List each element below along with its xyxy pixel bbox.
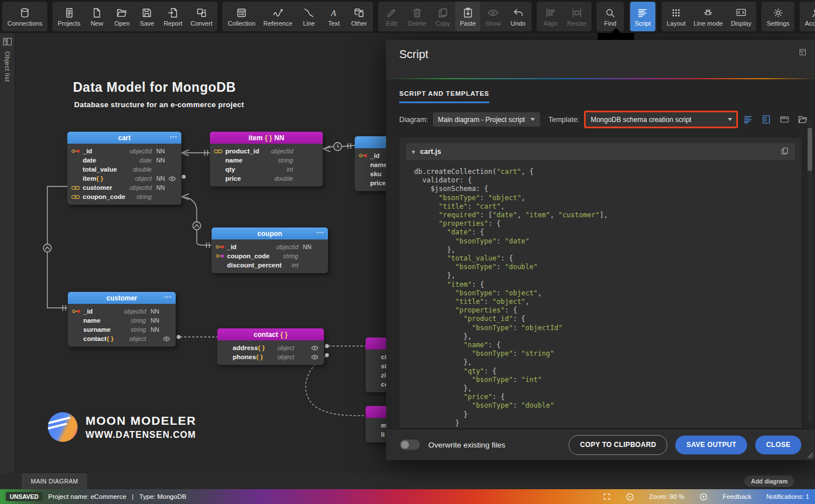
dialog-scrollbar[interactable] <box>808 120 812 422</box>
toolbar-button-line-mode[interactable]: Line mode <box>690 2 727 31</box>
toolbar-button-label: Save <box>140 20 154 27</box>
template-icon[interactable] <box>779 114 790 125</box>
toolbar-button-script[interactable]: Script <box>630 2 655 31</box>
dialog-resize-handle[interactable] <box>808 453 813 458</box>
toolbar-button-display[interactable]: Display <box>727 2 755 31</box>
field-row[interactable]: address{ }object <box>221 343 320 352</box>
collection-header[interactable]: coupon... <box>212 227 328 239</box>
collection-customer[interactable]: customer..._idobjectIdNNnamestringNNsurn… <box>68 292 176 347</box>
collection-menu-icon[interactable]: ... <box>170 131 177 139</box>
collection-menu-icon[interactable]: ... <box>317 227 324 235</box>
copy-code-icon[interactable] <box>780 147 789 157</box>
field-row[interactable]: phones{ }object <box>221 352 320 361</box>
collection-header[interactable]: item{ }NN <box>210 132 323 144</box>
zoom-out-icon[interactable] <box>626 493 634 501</box>
toolbar-button-label: Convert <box>190 20 213 27</box>
collection-header[interactable]: customer... <box>68 292 176 304</box>
file-section-header[interactable]: ▾ cart.js <box>406 143 795 160</box>
field-row[interactable]: customerobjectIdNN <box>71 183 177 192</box>
toolbar-button-save[interactable]: Save <box>135 2 160 31</box>
collection-header[interactable]: contact{ } <box>217 328 324 340</box>
toolbar-button-reference[interactable]: Reference <box>259 2 297 31</box>
notifications-link[interactable]: Notifications: 1 <box>767 493 809 500</box>
feedback-link[interactable]: Feedback <box>723 493 752 500</box>
toolbar-button-text[interactable]: AText <box>322 2 347 31</box>
collection-coupon[interactable]: coupon..._idobjectIdNNcoupon_codestringd… <box>212 227 328 273</box>
field-row[interactable]: datedateNN <box>71 156 177 165</box>
zoom-in-icon[interactable] <box>699 493 708 501</box>
save-output-button[interactable]: SAVE OUTPUT <box>675 436 747 454</box>
dialog-maximize-icon[interactable] <box>798 48 807 56</box>
object-list-panel-icon[interactable] <box>3 38 12 46</box>
new-file-icon <box>91 7 103 19</box>
collection-contact[interactable]: contact{ }address{ }objectphones{ }objec… <box>217 328 324 365</box>
collection-menu-icon[interactable]: ... <box>164 291 172 299</box>
toolbar-button-delete[interactable]: Delete <box>404 2 431 31</box>
field-row[interactable]: total_valuedouble <box>71 165 177 174</box>
copy-to-clipboard-button[interactable]: COPY TO CLIPBOARD <box>569 435 667 455</box>
field-type: object <box>265 344 297 351</box>
moon-modeler-logo-icon <box>48 412 78 442</box>
object-list-sidebar[interactable]: Object list <box>0 33 15 473</box>
eye-icon[interactable] <box>311 346 320 351</box>
field-row[interactable]: item{ }objectNN <box>71 174 177 183</box>
collection-header[interactable]: cart... <box>67 132 181 144</box>
field-row[interactable]: _idobjectIdNN <box>216 242 324 251</box>
eye-icon[interactable] <box>311 355 320 360</box>
toolbar-button-projects[interactable]: Projects <box>54 2 84 31</box>
toolbar-button-undo[interactable]: Undo <box>505 2 530 31</box>
format-script-icon[interactable] <box>743 114 753 125</box>
toolbar-button-settings[interactable]: Settings <box>763 2 793 31</box>
field-row[interactable]: contact{ }object <box>72 334 172 343</box>
diagram-select[interactable]: Main diagram - Project script <box>433 112 541 127</box>
eye-icon[interactable] <box>168 176 177 181</box>
eye-icon[interactable] <box>163 336 172 342</box>
fullscreen-icon[interactable] <box>603 493 611 501</box>
add-diagram-button[interactable]: Add diagram <box>744 475 794 487</box>
toolbar-button-connections[interactable]: Connections <box>3 2 46 31</box>
field-row[interactable]: discount_percentint <box>216 261 324 270</box>
toolbar-button-align[interactable]: Align <box>538 2 563 31</box>
dialog-scrollbar-thumb[interactable] <box>808 128 812 171</box>
toolbar-button-edit[interactable]: Edit <box>379 2 404 31</box>
field-name: contact{ } <box>83 335 113 342</box>
toolbar-button-convert[interactable]: Convert <box>186 2 217 31</box>
field-row[interactable]: namestringNN <box>72 316 172 325</box>
tab-script-and-templates[interactable]: SCRIPT AND TEMPLATES <box>399 90 489 103</box>
toolbar-button-collection[interactable]: Collection <box>224 2 259 31</box>
field-row[interactable]: _idobjectIdNN <box>72 307 172 316</box>
toolbar-button-show[interactable]: Show <box>480 2 505 31</box>
status-bar: UNSAVED Project name: eCommerce | Type: … <box>0 489 815 504</box>
toolbar-button-report[interactable]: Report <box>160 2 186 31</box>
generated-script-code[interactable]: db.createCollection("cart", { validator:… <box>414 168 802 429</box>
tab-main-diagram[interactable]: MAIN DIAGRAM <box>22 473 87 489</box>
toolbar-button-other[interactable]: Other <box>347 2 372 31</box>
toolbar-button-layout[interactable]: Layout <box>663 2 690 31</box>
field-row[interactable]: _idobjectIdNN <box>71 147 177 156</box>
display-icon <box>735 7 747 19</box>
collection-item[interactable]: item{ }NNproduct_idobjectIdnamestringqty… <box>210 132 323 186</box>
toolbar-button-resize[interactable]: Resize <box>563 2 590 31</box>
close-button[interactable]: CLOSE <box>755 436 801 454</box>
field-row[interactable]: coupon_codestring <box>71 192 177 201</box>
field-row[interactable]: coupon_codestring <box>216 251 324 261</box>
field-row[interactable]: product_idobjectId <box>214 147 319 156</box>
field-row[interactable]: qtyint <box>214 165 319 174</box>
toolbar-button-find[interactable]: Find <box>598 2 623 31</box>
toolbar-button-copy[interactable]: Copy <box>430 2 455 31</box>
script-file-icon[interactable] <box>761 114 772 125</box>
toolbar-button-new[interactable]: New <box>84 2 110 31</box>
template-select[interactable]: MongoDB schema creation script <box>584 111 738 128</box>
overwrite-toggle[interactable] <box>400 440 420 450</box>
field-row[interactable]: namestring <box>214 156 319 165</box>
toolbar-button-paste[interactable]: Paste <box>455 2 480 31</box>
toolbar-button-line[interactable]: Line <box>297 2 322 31</box>
toolbar-button-open[interactable]: Open <box>110 2 135 31</box>
open-folder-icon[interactable] <box>797 114 808 125</box>
field-row[interactable]: pricedouble <box>214 174 319 183</box>
toolbar-group-edit: EditDeleteCopyPasteShowUndo <box>378 2 532 31</box>
toolbar-button-account[interactable]: Account <box>801 2 815 31</box>
field-row[interactable]: surnamestringNN <box>72 325 172 334</box>
field-type: objectId <box>92 148 154 155</box>
collection-cart[interactable]: cart..._idobjectIdNNdatedateNNtotal_valu… <box>67 132 181 205</box>
